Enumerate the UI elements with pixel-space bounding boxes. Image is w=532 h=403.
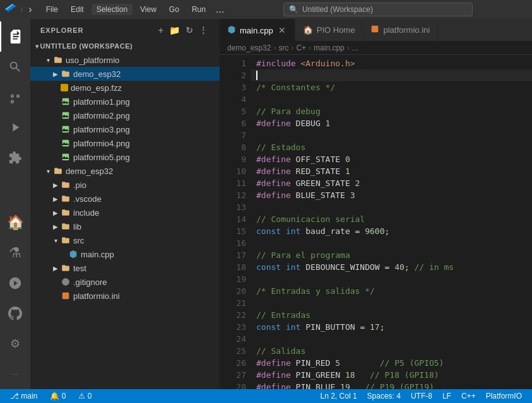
tree-item-src_folder[interactable]: ▾src — [30, 233, 220, 247]
tab-icon-platformio-ini — [370, 25, 379, 35]
status-spaces[interactable]: Spaces: 4 — [365, 392, 403, 400]
line-number-20: 20 — [220, 285, 246, 297]
activity-test[interactable]: ⚗ — [0, 238, 30, 268]
line-number-23: 23 — [220, 321, 246, 333]
line-number-6: 6 — [220, 117, 246, 129]
new-file-button[interactable]: + — [157, 24, 165, 37]
activity-platformio[interactable]: 🏠 — [0, 207, 30, 238]
menu-view[interactable]: View — [135, 4, 162, 15]
tab-platformio-ini[interactable]: platformio.ini — [363, 19, 438, 41]
filename-demo_esp32_folder: demo_esp32 — [66, 166, 113, 176]
status-eol[interactable]: LF — [440, 392, 454, 400]
chevron-gitignore — [50, 277, 61, 287]
refresh-button[interactable]: ↻ — [184, 24, 195, 37]
code-line-23: const int PIN_BUTTON = 17; — [251, 321, 532, 333]
code-line-24 — [251, 333, 532, 345]
status-encoding[interactable]: UTF-8 — [408, 392, 435, 400]
filename-platformio1: platformio1.png — [73, 97, 130, 107]
activity-github[interactable] — [0, 298, 30, 329]
menu-more[interactable]: ... — [213, 3, 227, 16]
status-branch[interactable]: ⎇ main — [8, 392, 40, 400]
breadcrumb-part-4[interactable]: ... — [352, 44, 358, 52]
tree-item-platformio_ini[interactable]: platformio.ini — [30, 289, 220, 303]
menu-selection[interactable]: Selection — [92, 4, 133, 15]
tree-item-uso_platformio[interactable]: ▾uso_platformio — [30, 53, 220, 67]
activity-source-control[interactable] — [0, 82, 30, 112]
tree-item-vscode_folder[interactable]: ▶.vscode — [30, 192, 220, 206]
token: // Salidas — [256, 345, 305, 357]
status-language[interactable]: C++ — [459, 392, 478, 400]
tree-item-demo_esp_fzz[interactable]: demo_esp.fzz — [30, 81, 220, 95]
breadcrumb-part-1[interactable]: src — [278, 44, 288, 52]
token — [340, 357, 380, 369]
tree-item-test_folder[interactable]: ▶test — [30, 261, 220, 275]
breadcrumb-part-3[interactable]: main.cpp — [314, 44, 345, 52]
tree-item-platformio5[interactable]: platformio5.png — [30, 150, 220, 164]
activity-run-debug[interactable] — [0, 112, 30, 143]
activity-more-dots[interactable]: ··· — [0, 359, 30, 389]
tree-item-platformio2[interactable]: platformio2.png — [30, 108, 220, 122]
file-icon-platformio5 — [61, 152, 71, 162]
content-area: main.cpp✕🏠PIO Homeplatformio.ini demo_es… — [220, 19, 532, 389]
token: 3 — [350, 189, 355, 201]
token: // P18 (GPI18) — [370, 369, 439, 381]
filename-platformio2: platformio2.png — [73, 111, 130, 120]
breadcrumb-part-0[interactable]: demo_esp32 — [227, 44, 271, 52]
search-bar[interactable]: 🔍 Untitled (Workspace) — [283, 3, 473, 16]
tree-item-main_cpp[interactable]: main.cpp — [30, 247, 220, 261]
activity-remote[interactable] — [0, 268, 30, 298]
file-icon-test_folder — [61, 263, 71, 273]
breadcrumb-part-2[interactable]: C+ — [296, 44, 306, 52]
tree-item-demo_esp32_folder[interactable]: ▾demo_esp32 — [30, 164, 220, 178]
tree-item-include_folder[interactable]: ▶include — [30, 206, 220, 219]
tree-item-demo_esp32_top[interactable]: ▶demo_esp32 — [30, 67, 220, 81]
token — [365, 321, 370, 333]
nav-forward-button[interactable]: › — [27, 3, 33, 16]
activity-explorer[interactable] — [0, 21, 30, 52]
line-number-18: 18 — [220, 261, 246, 273]
menu-edit[interactable]: Edit — [66, 4, 89, 15]
line-number-28: 28 — [220, 381, 246, 389]
code-line-4 — [251, 93, 532, 105]
tree-item-pio_folder[interactable]: ▶.pio — [30, 178, 220, 192]
filename-platformio4: platformio4.png — [73, 139, 130, 148]
chevron-platformio_ini — [50, 291, 61, 301]
editor[interactable]: 1234567891011121314151617181920212223242… — [220, 55, 532, 389]
status-platformio[interactable]: PlatformIO — [483, 392, 524, 400]
tab-pio-home[interactable]: 🏠PIO Home — [295, 19, 364, 41]
status-position[interactable]: Ln 2, Col 1 — [318, 392, 360, 400]
code-line-12: #define BLUE_STATE 3 — [251, 189, 532, 201]
code-line-20: /* Entradas y salidas */ — [251, 285, 532, 297]
tab-main-cpp[interactable]: main.cpp✕ — [220, 19, 295, 41]
tree-item-platformio4[interactable]: platformio4.png — [30, 136, 220, 150]
status-errors[interactable]: 🔔 0 — [47, 392, 68, 400]
tree-item-lib_folder[interactable]: ▶lib — [30, 219, 220, 233]
activity-search[interactable] — [0, 52, 30, 82]
token: // Comunicacion serial — [256, 213, 365, 225]
line-number-2: 2 — [220, 69, 246, 81]
tree-item-platformio3[interactable]: platformio3.png — [30, 122, 220, 136]
file-icon-demo_esp32_top — [61, 69, 71, 79]
menu-go[interactable]: Go — [164, 4, 184, 15]
tree-item-gitignore[interactable]: .gitignore — [30, 275, 220, 289]
code-area[interactable]: #include <Arduino.h>/* Constantes */// P… — [251, 55, 532, 389]
tree-item-platformio1[interactable]: platformio1.png — [30, 95, 220, 108]
token: <Arduino.h> — [300, 57, 355, 69]
line-number-11: 11 — [220, 177, 246, 189]
new-folder-button[interactable]: 📁 — [168, 24, 182, 37]
nav-back-button[interactable]: ‹ — [19, 3, 25, 16]
workspace-label[interactable]: ▾ UNTITLED (WORKSPACE) — [30, 39, 220, 53]
cursor — [256, 71, 257, 80]
chevron-demo_esp32_folder: ▾ — [43, 166, 53, 176]
menu-file[interactable]: File — [41, 4, 63, 15]
status-warnings[interactable]: ⚠ 0 — [76, 392, 94, 400]
tab-close-main-cpp[interactable]: ✕ — [277, 25, 287, 35]
tab-label-main-cpp: main.cpp — [240, 26, 273, 35]
menu-run[interactable]: Run — [187, 4, 211, 15]
collapse-all-button[interactable]: ⋮ — [198, 24, 210, 37]
tab-icon-main-cpp — [227, 25, 236, 36]
code-line-7 — [251, 129, 532, 141]
activity-accounts[interactable]: ⚙ — [0, 329, 30, 359]
tab-label-pio-home: PIO Home — [317, 25, 355, 35]
activity-extensions[interactable] — [0, 143, 30, 173]
